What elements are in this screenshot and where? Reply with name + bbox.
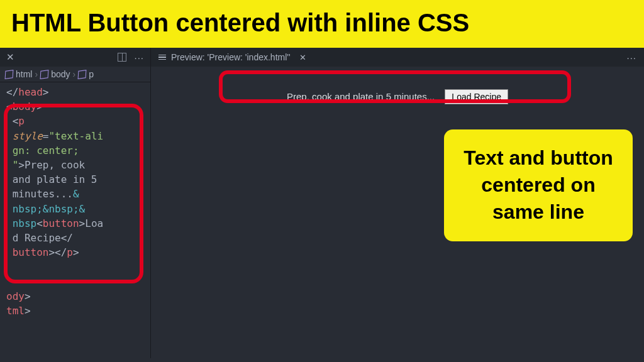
- hamburger-icon[interactable]: [158, 55, 166, 60]
- load-recipe-button[interactable]: Load Recipe: [445, 89, 508, 104]
- split-editor-icon[interactable]: [118, 53, 126, 62]
- preview-pane: Preview: 'Preview: 'index.html'' ✕ ··· P…: [151, 48, 644, 358]
- crumb-body[interactable]: body: [51, 69, 70, 79]
- callout-label: Text and button centered on same line: [444, 129, 633, 241]
- workspace: ✕ ··· html › body › p </head> <body> <p …: [0, 48, 644, 358]
- more-icon[interactable]: ···: [626, 52, 636, 63]
- page-title: HTML Button centered with inline CSS: [0, 0, 644, 48]
- crumb-p[interactable]: p: [89, 69, 94, 79]
- preview-body: Prep, cook and plate in 5 minutes... Loa…: [151, 67, 644, 104]
- breadcrumb[interactable]: html › body › p: [0, 67, 150, 82]
- crumb-html[interactable]: html: [16, 69, 32, 79]
- preview-tabbar: Preview: 'Preview: 'index.html'' ✕ ···: [151, 48, 644, 67]
- more-icon[interactable]: ···: [134, 52, 144, 63]
- cube-icon: [5, 70, 14, 79]
- chevron-right-icon: ›: [35, 69, 38, 79]
- cube-icon: [78, 70, 87, 79]
- editor-pane: ✕ ··· html › body › p </head> <body> <p …: [0, 48, 151, 358]
- preview-text: Prep, cook and plate in 5 minutes...: [287, 91, 435, 102]
- close-icon[interactable]: ✕: [6, 52, 14, 63]
- preview-tab-label[interactable]: Preview: 'Preview: 'index.html'': [171, 52, 291, 62]
- editor-tabbar: ✕ ···: [0, 48, 150, 67]
- code-editor[interactable]: </head> <body> <p style="text-ali gn: ce…: [0, 82, 150, 324]
- close-icon[interactable]: ✕: [299, 53, 306, 62]
- cube-icon: [40, 70, 49, 79]
- chevron-right-icon: ›: [72, 69, 75, 79]
